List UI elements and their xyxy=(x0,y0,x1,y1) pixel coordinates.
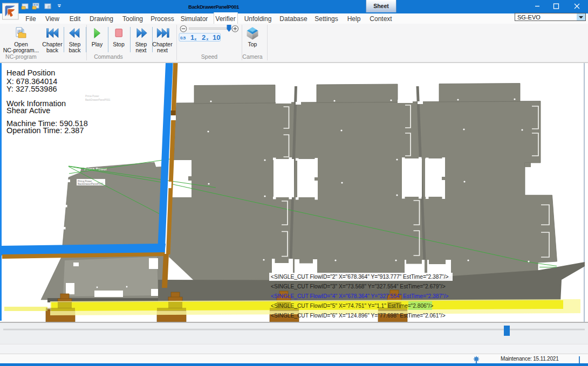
svg-text:BackDrawerPanelP001: BackDrawerPanelP001 xyxy=(85,99,111,101)
svg-text:x: x xyxy=(207,37,209,41)
svg-text:0.5: 0.5 xyxy=(180,36,186,40)
svg-text:10: 10 xyxy=(213,33,220,42)
svg-text:1: 1 xyxy=(190,33,194,42)
svg-text:Prima Power: Prima Power xyxy=(78,180,92,183)
svg-text:2: 2 xyxy=(202,33,206,42)
svg-text:x: x xyxy=(195,37,197,41)
svg-text:Prima Power: Prima Power xyxy=(85,95,99,98)
svg-text:BackDrawerPanelP001: BackDrawerPanelP001 xyxy=(78,183,104,185)
